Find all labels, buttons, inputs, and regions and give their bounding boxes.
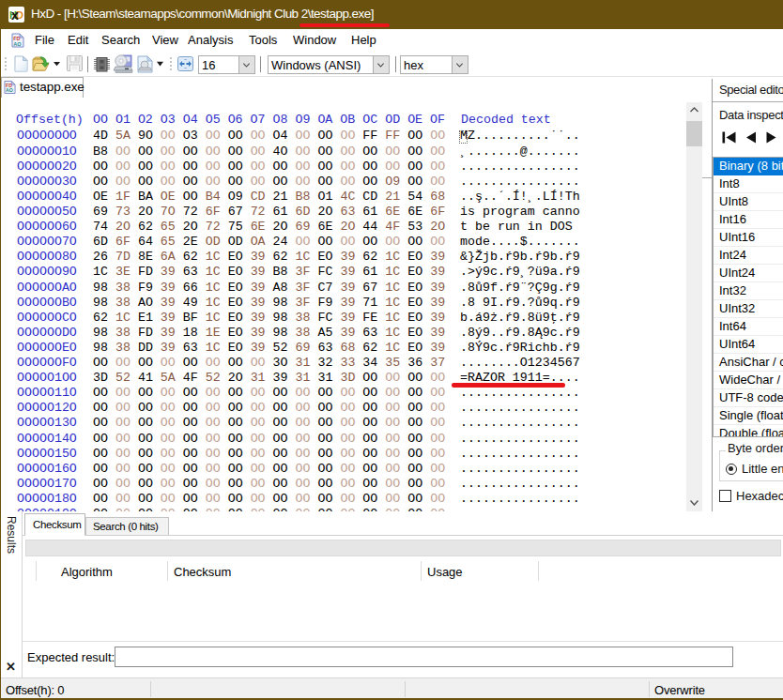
svg-text:AO: AO	[6, 87, 13, 93]
svg-text:x: x	[11, 8, 19, 23]
svg-text:AO: AO	[13, 41, 22, 47]
